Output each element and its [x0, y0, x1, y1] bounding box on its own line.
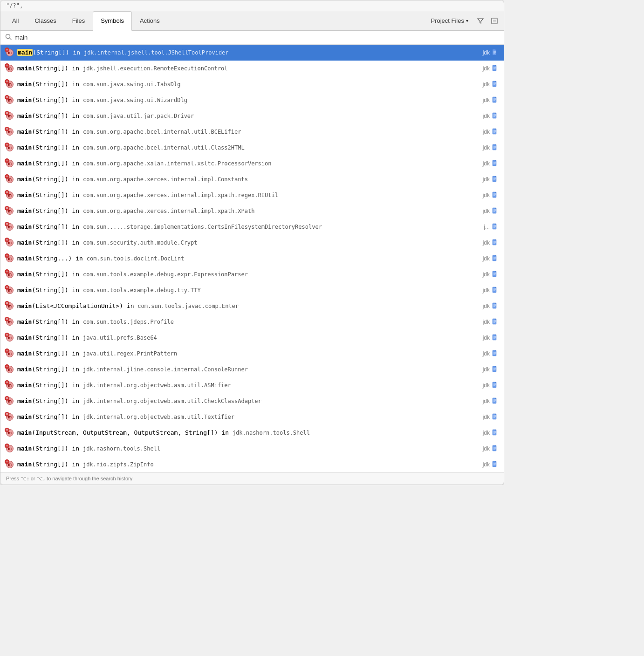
results-list[interactable]: m×main(String[]) in jdk.internal.jshell.…	[0, 45, 504, 472]
list-item[interactable]: m×main(String[]) in com.sun.tools.jdeps.…	[0, 314, 504, 330]
method-symbol: m×	[6, 176, 14, 183]
list-item[interactable]: m×main(String[]) in com.sun.tools.exampl…	[0, 282, 504, 298]
result-in: in	[69, 176, 83, 183]
file-icon	[492, 81, 499, 88]
result-in: in	[72, 255, 86, 262]
filter-button[interactable]	[475, 15, 486, 27]
result-args: (String[])	[32, 207, 68, 214]
result-in: in	[69, 96, 83, 103]
footer: Press ⌥↑ or ⌥↓ to navigate through the s…	[0, 472, 504, 485]
expand-button[interactable]	[489, 15, 500, 27]
method-icon: m×	[5, 206, 14, 216]
close-icon: ×	[5, 364, 9, 369]
file-icon	[492, 461, 499, 468]
close-icon: ×	[5, 301, 9, 306]
list-item[interactable]: m×main(String[]) in jdk.nashorn.tools.Sh…	[0, 441, 504, 457]
svg-rect-55	[495, 208, 496, 209]
close-icon: ×	[5, 158, 9, 163]
result-package: jdk.nashorn.tools.Shell	[83, 445, 160, 452]
list-item[interactable]: m×main(String[]) in com.sun.org.apache.b…	[0, 140, 504, 156]
svg-rect-115	[495, 398, 496, 399]
result-text: main(String[]) in com.sun.org.apache.bce…	[17, 128, 479, 135]
svg-rect-30	[495, 129, 496, 130]
tab-actions[interactable]: Actions	[132, 11, 168, 31]
result-text: main(String[]) in com.sun.org.apache.xer…	[17, 176, 479, 183]
file-icon	[492, 128, 499, 136]
method-symbol: m×	[6, 81, 14, 88]
list-item[interactable]: m×main(String[]) in jdk.internal.org.obj…	[0, 409, 504, 425]
list-item[interactable]: m×main(String[]) in com.sun.org.apache.x…	[0, 171, 504, 187]
list-item[interactable]: m×main(String...) in com.sun.tools.docli…	[0, 251, 504, 266]
method-icon: m×	[5, 349, 14, 358]
result-text: main(String[]) in jdk.internal.org.objec…	[17, 397, 479, 404]
result-text: main(String[]) in com.sun.java.swing.ui.…	[17, 81, 479, 88]
close-icon: ×	[5, 190, 9, 195]
tab-bar: AllClassesFilesSymbolsActions Project Fi…	[0, 11, 504, 31]
result-package: com.sun.org.apache.xerces.internal.impl.…	[83, 208, 254, 214]
list-item[interactable]: m×main(String[]) in com.sun.org.apache.b…	[0, 124, 504, 140]
list-item[interactable]: m×main(String[]) in com.sun......storage…	[0, 219, 504, 235]
method-icon: m×	[5, 333, 14, 342]
result-module: jdk	[483, 398, 490, 404]
result-args: (String...)	[32, 255, 72, 262]
list-item[interactable]: m×main(String[]) in java.util.regex.Prin…	[0, 346, 504, 362]
tabs-left: AllClassesFilesSymbolsActions	[4, 11, 168, 31]
result-args: (String[])	[32, 318, 68, 325]
tab-files[interactable]: Files	[64, 11, 93, 31]
tab-symbols[interactable]: Symbols	[93, 11, 132, 31]
file-icon	[492, 382, 499, 389]
svg-rect-35	[495, 144, 496, 145]
result-package: java.util.regex.PrintPattern	[83, 350, 177, 357]
result-args: (String[])	[33, 49, 69, 56]
tab-classes[interactable]: Classes	[27, 11, 64, 31]
method-icon: m×	[5, 127, 14, 137]
result-args: (String[])	[32, 397, 68, 404]
list-item[interactable]: m×main(String[]) in com.sun.org.apache.x…	[0, 187, 504, 203]
list-item[interactable]: m×main(String[]) in com.sun.java.util.ja…	[0, 108, 504, 124]
list-item[interactable]: m×main(String[]) in jdk.internal.jline.c…	[0, 362, 504, 377]
list-item[interactable]: m×main(String[]) in jdk.internal.jshell.…	[0, 45, 504, 61]
list-item[interactable]: m×main(String[]) in jdk.jshell.execution…	[0, 61, 504, 76]
file-icon	[492, 176, 499, 183]
result-name: main	[17, 49, 33, 56]
list-item[interactable]: m×main(String[]) in com.sun.org.apache.x…	[0, 156, 504, 171]
result-text: main(String...) in com.sun.tools.doclint…	[17, 255, 479, 262]
result-text: main(String[]) in com.sun.org.apache.bce…	[17, 144, 479, 151]
result-module: jdk	[483, 65, 490, 72]
list-item[interactable]: m×main(String[]) in com.sun.security.aut…	[0, 235, 504, 251]
method-symbol: m×	[6, 318, 14, 326]
result-module: j...	[484, 224, 490, 230]
result-text: main(String[]) in com.sun.java.util.jar.…	[17, 112, 479, 119]
method-symbol: m×	[6, 366, 14, 373]
result-args: (InputStream, OutputStream, OutputStream…	[32, 429, 218, 436]
svg-rect-105	[495, 366, 496, 367]
list-item[interactable]: m×main(String[]) in java.util.prefs.Base…	[0, 330, 504, 346]
list-item[interactable]: m×main(String[]) in com.sun.java.swing.u…	[0, 76, 504, 92]
project-files-button[interactable]: Project Files ▾	[427, 15, 472, 26]
list-item[interactable]: m×main(String[]) in com.sun.java.swing.u…	[0, 92, 504, 108]
result-module: jdk	[483, 113, 490, 119]
result-args: (String[])	[32, 176, 68, 183]
list-item[interactable]: m×main(InputStream, OutputStream, Output…	[0, 425, 504, 441]
result-in: in	[123, 302, 137, 309]
close-icon: ×	[5, 63, 9, 68]
list-item[interactable]: m×main(List<JCCompilationUnit>) in com.s…	[0, 298, 504, 314]
tab-all[interactable]: All	[4, 11, 27, 31]
list-item[interactable]: m×main(String[]) in com.sun.tools.exampl…	[0, 266, 504, 282]
close-icon: ×	[5, 48, 9, 52]
list-item[interactable]: m×main(String[]) in com.sun.org.apache.x…	[0, 203, 504, 219]
file-icon	[492, 413, 499, 421]
result-package: jdk.internal.org.objectweb.asm.util.Chec…	[83, 398, 261, 404]
method-symbol: m×	[6, 271, 14, 278]
result-text: main(String[]) in jdk.internal.org.objec…	[17, 382, 479, 389]
svg-rect-65	[495, 239, 496, 240]
result-module: jdk	[483, 81, 490, 88]
result-package: com.sun.tools.javac.comp.Enter	[137, 303, 239, 309]
search-dialog: "/?", AllClassesFilesSymbolsActions Proj…	[0, 0, 504, 485]
result-in: in	[69, 397, 83, 404]
list-item[interactable]: m×main(String[]) in jdk.nio.zipfs.ZipInf…	[0, 457, 504, 472]
method-icon: m×	[5, 80, 14, 89]
search-input[interactable]	[14, 34, 499, 41]
list-item[interactable]: m×main(String[]) in jdk.internal.org.obj…	[0, 377, 504, 393]
list-item[interactable]: m×main(String[]) in jdk.internal.org.obj…	[0, 393, 504, 409]
